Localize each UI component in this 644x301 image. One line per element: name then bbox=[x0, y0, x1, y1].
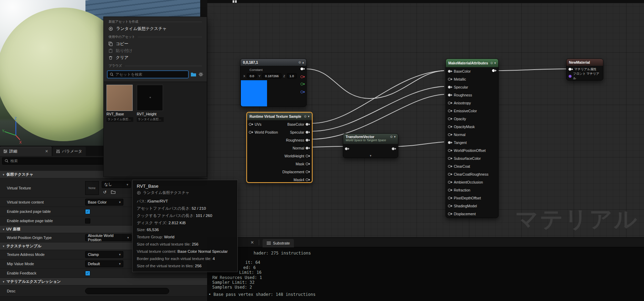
asset-type-label: ランタイム仮想... bbox=[106, 117, 133, 122]
input-pin-subsurfacecolor[interactable] bbox=[448, 157, 452, 160]
save-folder-button[interactable] bbox=[191, 72, 196, 77]
input-pin-displacement[interactable] bbox=[448, 212, 452, 215]
output-pin-g[interactable] bbox=[300, 83, 305, 85]
field-x-input[interactable]: 0.0 bbox=[247, 73, 257, 79]
output-pin-displacement[interactable] bbox=[306, 170, 310, 173]
expand-advanced-icon[interactable]: ▾ bbox=[370, 154, 371, 157]
node-constant-header[interactable]: 0,0,187,1 ⊙ ▴ bbox=[241, 59, 306, 66]
input-pin-basecolor[interactable] bbox=[448, 70, 452, 73]
virtual-texture-thumbnail[interactable]: None bbox=[85, 181, 99, 195]
input-pin-world-position[interactable] bbox=[249, 131, 253, 134]
close-icon[interactable]: ✕ bbox=[45, 149, 48, 154]
collapse-icon[interactable]: ▾ bbox=[394, 135, 396, 138]
node-mma-header[interactable]: MakeMaterialAttributes ⊙ ▾ bbox=[446, 59, 498, 67]
collapse-icon[interactable]: ▾ bbox=[308, 115, 309, 118]
use-selected-asset-button[interactable]: ↺ bbox=[102, 189, 108, 195]
category-material-expression[interactable]: ▾ マテリアルエクスプレッション bbox=[0, 278, 207, 286]
tab-details[interactable]: 詳細 ✕ bbox=[0, 147, 52, 156]
stats-line: Limit: 16 bbox=[239, 270, 262, 275]
input-pin-refraction[interactable] bbox=[448, 189, 452, 191]
input-pin-emissivecolor[interactable] bbox=[448, 110, 452, 112]
texture-address-mode-combo[interactable]: Clamp ▾ bbox=[85, 251, 123, 258]
desc-input[interactable] bbox=[85, 288, 169, 294]
tab-parameters[interactable]: パラメータ bbox=[53, 147, 86, 156]
input-pin-tangent[interactable] bbox=[448, 141, 452, 144]
node-newmaterial-header[interactable]: NewMaterial bbox=[566, 59, 603, 66]
stats-tab-bar: ✕ Substrate bbox=[207, 238, 644, 247]
output-pin-r[interactable] bbox=[300, 75, 305, 78]
enable-feedback-checkbox[interactable]: ✓ bbox=[85, 271, 90, 276]
output-pin-rgb[interactable] bbox=[300, 68, 305, 70]
input-pin-shadingmodel[interactable] bbox=[448, 205, 452, 207]
menu-item-runtime-virtual-texture[interactable]: ランタイム仮想テクスチャ bbox=[104, 25, 207, 32]
preview-toggle-icon[interactable]: ⊙ bbox=[298, 61, 301, 64]
input-pin-roughness[interactable] bbox=[448, 94, 452, 96]
tab-separator bbox=[259, 240, 259, 245]
mip-value-mode-combo[interactable]: Default ▾ bbox=[85, 260, 123, 267]
output-pin-worldheight[interactable] bbox=[306, 155, 310, 157]
input-pin-ambientocclusion[interactable] bbox=[448, 181, 452, 184]
tab-substrate[interactable]: Substrate bbox=[263, 239, 294, 247]
collapse-icon[interactable]: ▾ bbox=[494, 61, 496, 65]
node-constant[interactable]: 0,0,187,1 ⊙ ▴ Constant X 0.0 Y 0.187266 … bbox=[240, 59, 307, 107]
output-pin-mask4[interactable] bbox=[306, 178, 310, 181]
node-new-material[interactable]: NewMaterial マテリアル属性 フロント マテリアル bbox=[566, 59, 603, 81]
field-z-input[interactable]: 1.0 bbox=[287, 73, 297, 79]
preview-toggle-icon[interactable]: ⊙ bbox=[390, 135, 393, 138]
node-runtime-virtual-texture-sample[interactable]: Runtime Virtual Texture Sample ⊙ ▾ UVs B… bbox=[246, 112, 313, 183]
input-pin-vector[interactable] bbox=[345, 147, 349, 150]
row-label: World Position Origin Type bbox=[7, 236, 52, 240]
node-transform-vector[interactable]: TransformVector ⊙ ▾ World Space to Tange… bbox=[343, 133, 398, 158]
node-rvt-title: Runtime Virtual Texture Sample bbox=[249, 115, 301, 118]
field-x-label: X bbox=[243, 74, 245, 78]
copy-icon bbox=[109, 42, 113, 46]
world-position-origin-type-combo[interactable]: Absolute World Position ▾ bbox=[85, 234, 132, 241]
asset-search-input[interactable] bbox=[115, 72, 186, 76]
output-pin-basecolor[interactable] bbox=[306, 123, 310, 126]
menu-item-paste[interactable]: 貼り付け bbox=[104, 47, 207, 54]
input-pin-pixeldepthoffset[interactable] bbox=[448, 197, 452, 199]
field-y-input[interactable]: 0.187266 bbox=[262, 73, 282, 79]
output-pin-vector[interactable] bbox=[392, 147, 396, 150]
enable-packed-page-table-checkbox[interactable]: ✓ bbox=[85, 209, 90, 214]
input-pin-normal[interactable] bbox=[448, 133, 452, 136]
node-rvt-header[interactable]: Runtime Virtual Texture Sample ⊙ ▾ bbox=[247, 113, 312, 120]
output-pin-mask[interactable] bbox=[306, 163, 310, 165]
input-pin-opacitymask[interactable] bbox=[448, 125, 452, 128]
virtual-texture-asset-combo[interactable]: なし ▾ bbox=[102, 181, 131, 188]
browse-to-asset-button[interactable] bbox=[110, 189, 116, 195]
output-pin-attributes[interactable] bbox=[492, 69, 497, 72]
input-pin-metallic[interactable] bbox=[448, 78, 452, 81]
wire-constant-to-basecolor bbox=[306, 69, 444, 98]
input-pin-specular[interactable] bbox=[448, 86, 452, 89]
wire-specular bbox=[312, 86, 444, 131]
menu-item-copy[interactable]: コピー bbox=[104, 40, 207, 47]
substrate-pin-icon[interactable] bbox=[569, 75, 572, 78]
node-transform-header[interactable]: TransformVector ⊙ ▾ World Space to Tange… bbox=[343, 134, 398, 144]
asset-tile-rvt-base[interactable]: RVT_Base ランタイム仮想... bbox=[106, 85, 133, 122]
output-pin-b[interactable] bbox=[300, 91, 305, 93]
input-pin-opacity[interactable] bbox=[448, 117, 452, 120]
collapse-icon[interactable]: ▴ bbox=[302, 61, 304, 64]
settings-button[interactable] bbox=[198, 72, 203, 77]
enable-adaptive-page-table-checkbox[interactable]: ✓ bbox=[85, 218, 90, 224]
chevron-down-icon: ▾ bbox=[3, 245, 4, 248]
virtual-texture-content-combo[interactable]: Base Color ▾ bbox=[85, 199, 123, 206]
input-pin-material-attributes[interactable] bbox=[569, 68, 573, 71]
constant-color-preview bbox=[241, 80, 267, 106]
close-icon[interactable]: ✕ bbox=[249, 240, 255, 245]
input-pin-clearcoat[interactable] bbox=[448, 165, 452, 168]
menu-item-clear[interactable]: クリア bbox=[104, 54, 207, 61]
preview-toggle-icon[interactable]: ⊙ bbox=[304, 115, 307, 118]
output-pin-roughness[interactable] bbox=[306, 139, 310, 142]
input-pin-worldpositionoffset[interactable] bbox=[448, 149, 452, 152]
asset-tile-rvt-height[interactable]: RVT_Height ランタイム仮想... bbox=[137, 85, 164, 122]
input-pin-anisotropy[interactable] bbox=[448, 102, 452, 104]
preview-toggle-icon[interactable]: ⊙ bbox=[490, 61, 493, 65]
input-pin-uvs[interactable] bbox=[249, 123, 253, 126]
input-pin-clearcoatroughness[interactable] bbox=[448, 173, 452, 176]
output-pin-specular[interactable] bbox=[306, 131, 310, 134]
grid-icon bbox=[233, 0, 237, 3]
output-pin-normal[interactable] bbox=[306, 147, 310, 149]
node-make-material-attributes[interactable]: MakeMaterialAttributes ⊙ ▾ BaseColor Met… bbox=[446, 59, 499, 218]
